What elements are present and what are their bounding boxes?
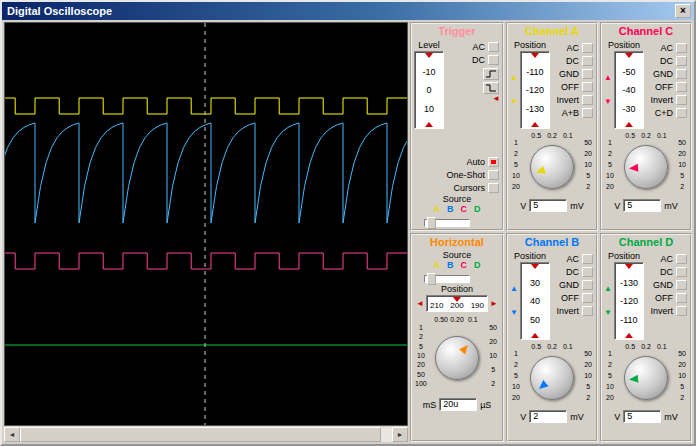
position-tick: -40 <box>622 85 635 95</box>
horizontal-source-letters: A B C D <box>434 260 481 272</box>
coupling-ac-button[interactable] <box>676 254 687 264</box>
position-down-arrow[interactable]: ▼ <box>604 309 612 317</box>
coupling-dc-button[interactable] <box>676 267 687 277</box>
trigger-level-display[interactable]: -10 0 10 <box>414 51 444 129</box>
source-b-label: B <box>447 260 454 272</box>
scroll-right-button[interactable]: ► <box>392 427 408 442</box>
scroll-track[interactable] <box>20 427 392 442</box>
position-down-arrow[interactable]: ▼ <box>510 309 518 317</box>
knob-dial[interactable] <box>624 145 668 189</box>
knob-scale-label: 1 <box>419 324 423 331</box>
coupling-dc-button[interactable] <box>582 267 593 277</box>
title-bar[interactable]: Digital Oscilloscope × <box>2 2 694 20</box>
knob-dial[interactable] <box>530 145 574 189</box>
window-body: ◄ ► Trigger Level -10 0 <box>2 20 694 444</box>
coupling-dc-button[interactable] <box>676 56 687 66</box>
channel-c-position-display[interactable]: -50 -40 -30 <box>614 51 644 129</box>
position-down-arrow[interactable]: ▼ <box>510 98 518 106</box>
coupling-ac-button[interactable] <box>582 254 593 264</box>
trigger-ac-button[interactable] <box>488 42 499 52</box>
coupling-gnd-button[interactable] <box>582 280 593 290</box>
sum-cd-button[interactable] <box>676 108 687 118</box>
level-marker-top-icon <box>425 53 433 58</box>
channel-a-position-display[interactable]: -110 -120 -130 <box>520 51 550 129</box>
position-label: Position <box>514 251 546 261</box>
source-c-label: C <box>461 260 468 272</box>
channel-c-title: Channel C <box>604 25 688 39</box>
position-tick: -110 <box>620 315 637 325</box>
knob-scale-label: 10 <box>678 372 686 379</box>
coupling-dc-button[interactable] <box>582 56 593 66</box>
channel-d-position-display[interactable]: -130 -120 -110 <box>614 262 644 340</box>
coupling-off-button[interactable] <box>582 293 593 303</box>
position-right-arrow[interactable]: ► <box>490 299 498 308</box>
close-button[interactable]: × <box>675 4 691 18</box>
coupling-ac-label: AC <box>660 43 673 53</box>
channel-d-title: Channel D <box>604 236 688 250</box>
channel-b-volts-knob[interactable]: 12510200.50.20.150201052 <box>508 342 596 408</box>
trigger-panel: Trigger Level -10 0 10 AC <box>410 22 504 231</box>
sum-ab-button[interactable] <box>582 108 593 118</box>
knob-scale-label: 20 <box>606 183 614 190</box>
trigger-dc-button[interactable] <box>488 55 499 65</box>
invert-button[interactable] <box>676 306 687 316</box>
knob-scale-label: 0.2 <box>641 342 651 349</box>
scope-scrollbar[interactable]: ◄ ► <box>4 427 408 442</box>
unit-left-label: V <box>614 201 620 211</box>
position-down-arrow[interactable]: ▼ <box>604 98 612 106</box>
coupling-off-button[interactable] <box>676 293 687 303</box>
control-panels: Trigger Level -10 0 10 AC <box>410 22 692 442</box>
invert-button[interactable] <box>582 95 593 105</box>
trigger-source-slider[interactable] <box>424 219 470 227</box>
coupling-gnd-button[interactable] <box>676 280 687 290</box>
window-title: Digital Oscilloscope <box>5 5 675 17</box>
source-d-label: D <box>474 260 481 272</box>
knob-scale-label: 10 <box>584 372 592 379</box>
position-up-arrow[interactable]: ▲ <box>604 285 612 293</box>
channel-a-volts-knob[interactable]: 12510200.50.20.150201052 <box>508 131 596 197</box>
knob-scale-label: 20 <box>584 149 592 156</box>
invert-button[interactable] <box>676 95 687 105</box>
knob-dial[interactable] <box>435 336 479 380</box>
invert-button[interactable] <box>582 306 593 316</box>
channel-b-position-display[interactable]: 30 40 50 <box>520 262 550 340</box>
horizontal-timebase-knob[interactable]: 1251020501000.500.200.150201052 <box>413 314 501 396</box>
slider-thumb[interactable] <box>427 273 436 285</box>
scroll-thumb[interactable] <box>20 427 381 442</box>
rising-edge-button[interactable] <box>483 68 499 80</box>
falling-edge-button[interactable] <box>483 82 499 94</box>
channel-d-volts-knob[interactable]: 12510200.50.20.150201052 <box>602 342 690 408</box>
knob-scale-label: 5 <box>514 372 518 379</box>
slider-thumb[interactable] <box>427 217 436 229</box>
coupling-gnd-button[interactable] <box>582 69 593 79</box>
trigger-level-marker-icon[interactable]: ◄ <box>492 94 500 103</box>
knob-dial[interactable] <box>624 356 668 400</box>
coupling-gnd-button[interactable] <box>676 69 687 79</box>
position-tick: -120 <box>526 85 544 95</box>
position-up-arrow[interactable]: ▲ <box>510 74 518 82</box>
coupling-off-button[interactable] <box>676 82 687 92</box>
position-label: Position <box>514 40 546 50</box>
coupling-ac-button[interactable] <box>676 43 687 53</box>
one-shot-button[interactable] <box>488 170 499 180</box>
position-left-arrow[interactable]: ◄ <box>416 299 424 308</box>
coupling-ac-button[interactable] <box>582 43 593 53</box>
position-up-arrow[interactable]: ▲ <box>510 285 518 293</box>
channel-d-value-display: 5 <box>623 410 661 423</box>
coupling-dc-label: DC <box>660 56 673 66</box>
channel-c-volts-knob[interactable]: 12510200.50.20.150201052 <box>602 131 690 197</box>
knob-scale-label: 0.2 <box>547 342 557 349</box>
coupling-off-button[interactable] <box>582 82 593 92</box>
auto-button[interactable] <box>488 157 499 167</box>
horizontal-source-slider[interactable] <box>424 275 470 283</box>
knob-dial[interactable] <box>530 356 574 400</box>
cursors-button[interactable] <box>488 183 499 193</box>
knob-scale-label: 10 <box>417 352 425 359</box>
horizontal-position-display[interactable]: 210 200 190 <box>426 295 488 312</box>
knob-scale-label: 5 <box>514 161 518 168</box>
scope-grid <box>5 23 407 425</box>
position-up-arrow[interactable]: ▲ <box>604 74 612 82</box>
knob-pointer-icon <box>629 163 639 172</box>
rising-edge-icon <box>486 70 496 78</box>
scroll-left-button[interactable]: ◄ <box>4 427 20 442</box>
